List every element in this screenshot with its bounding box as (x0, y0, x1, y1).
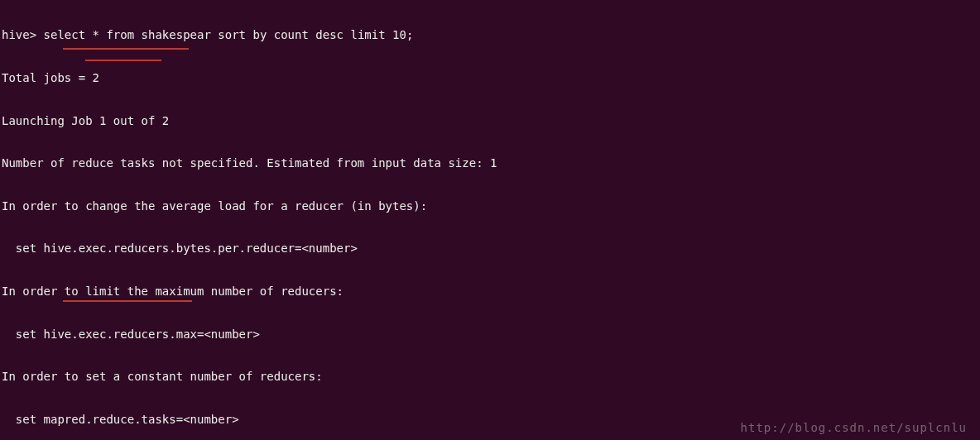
output-line: Total jobs = 2 (2, 71, 978, 85)
terminal-output[interactable]: hive> select * from shakespear sort by c… (0, 0, 980, 440)
output-line: In order to change the average load for … (2, 199, 978, 213)
hive-prompt: hive> (2, 28, 36, 41)
output-line: In order to set a constant number of red… (2, 370, 978, 384)
output-line: In order to limit the maximum number of … (2, 285, 978, 299)
output-line: set mapred.reduce.tasks=<number> (2, 413, 978, 427)
hive-command: select * from shakespear sort by count d… (36, 28, 413, 41)
prompt-line: hive> select * from shakespear sort by c… (2, 28, 978, 42)
output-line: Launching Job 1 out of 2 (2, 114, 978, 128)
output-line: Number of reduce tasks not specified. Es… (2, 156, 978, 170)
output-line: set hive.exec.reducers.max=<number> (2, 328, 978, 342)
output-line: set hive.exec.reducers.bytes.per.reducer… (2, 242, 978, 256)
